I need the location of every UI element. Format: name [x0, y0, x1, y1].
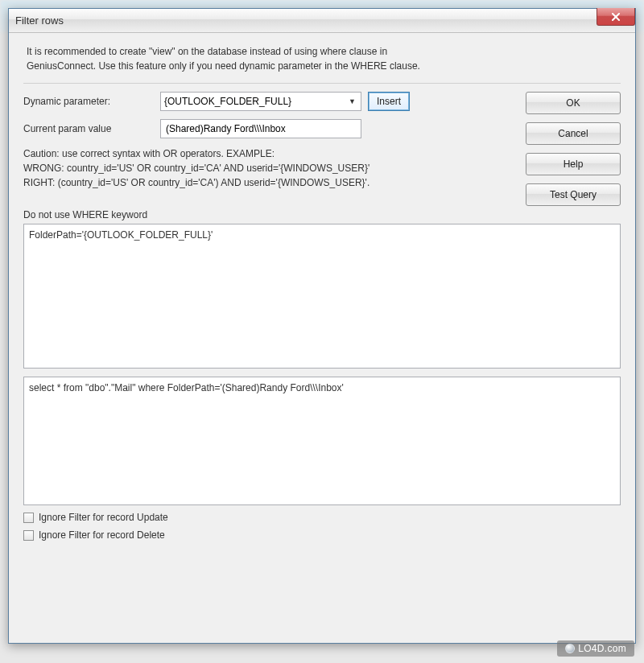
ignore-delete-row[interactable]: Ignore Filter for record Delete: [23, 529, 621, 541]
current-param-value: (Shared)Randy Ford\\\Inbox: [166, 123, 286, 134]
ignore-update-label: Ignore Filter for record Update: [39, 512, 168, 523]
current-param-row: Current param value (Shared)Randy Ford\\…: [23, 119, 514, 138]
watermark-text: LO4D.com: [578, 643, 626, 654]
watermark-badge: LO4D.com: [557, 640, 634, 657]
right-column: OK Cancel Help Test Query: [526, 92, 621, 206]
recommend-text: It is recommended to create "view" on th…: [23, 44, 621, 81]
dynamic-param-label: Dynamic parameter:: [23, 96, 160, 107]
dynamic-param-value: {OUTLOOK_FOLDER_FULL}: [164, 96, 347, 107]
ok-button[interactable]: OK: [526, 92, 621, 114]
insert-button[interactable]: Insert: [368, 92, 410, 111]
current-param-input[interactable]: (Shared)Randy Ford\\\Inbox: [160, 119, 361, 138]
titlebar[interactable]: Filter rows: [9, 9, 635, 33]
cancel-button[interactable]: Cancel: [526, 122, 621, 145]
caution-text: Caution: use correct syntax with OR oper…: [23, 146, 514, 190]
recommend-line2: GeniusConnect. Use this feature only if …: [27, 59, 617, 73]
filter-textarea[interactable]: [23, 224, 621, 369]
ignore-delete-label: Ignore Filter for record Delete: [39, 529, 165, 541]
query-textarea[interactable]: [23, 377, 621, 505]
no-where-label: Do not use WHERE keyword: [23, 209, 621, 220]
dialog-content: It is recommended to create "view" on th…: [9, 33, 635, 643]
dialog-window: Filter rows It is recommended to create …: [8, 8, 636, 644]
globe-icon: [565, 644, 575, 653]
chevron-down-icon: ▼: [347, 97, 357, 105]
current-param-label: Current param value: [23, 123, 160, 134]
dynamic-param-combo[interactable]: {OUTLOOK_FOLDER_FULL} ▼: [160, 92, 361, 111]
caution-line1: Caution: use correct syntax with OR oper…: [23, 146, 514, 161]
left-column: Dynamic parameter: {OUTLOOK_FOLDER_FULL}…: [23, 92, 514, 206]
caution-line2: WRONG: country_id='US' OR country_id='CA…: [23, 161, 514, 175]
divider: [23, 83, 621, 84]
close-icon: [611, 13, 621, 21]
test-query-button[interactable]: Test Query: [526, 183, 621, 206]
recommend-line1: It is recommended to create "view" on th…: [27, 44, 617, 59]
ignore-delete-checkbox[interactable]: [23, 530, 34, 541]
ignore-update-checkbox[interactable]: [23, 513, 34, 523]
window-title: Filter rows: [15, 14, 64, 27]
caution-line3: RIGHT: (country_id='US' OR country_id='C…: [23, 175, 514, 190]
ignore-update-row[interactable]: Ignore Filter for record Update: [23, 512, 621, 523]
dynamic-param-row: Dynamic parameter: {OUTLOOK_FOLDER_FULL}…: [23, 92, 514, 111]
close-button[interactable]: [597, 8, 635, 26]
help-button[interactable]: Help: [526, 153, 621, 175]
